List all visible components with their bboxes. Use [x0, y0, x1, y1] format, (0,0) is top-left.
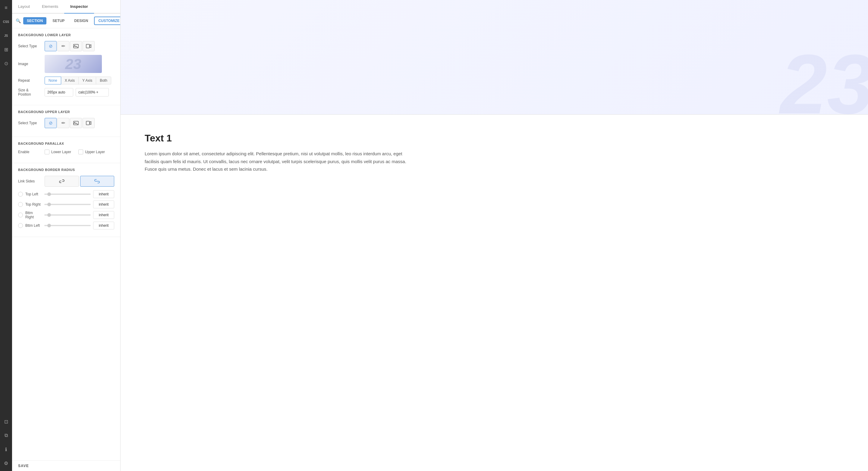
- lower-image-preview[interactable]: 23: [44, 55, 102, 73]
- tab-layout[interactable]: Layout: [12, 0, 36, 13]
- lower-type-video[interactable]: [83, 41, 95, 51]
- lower-size-position-label: Size & Position: [18, 88, 42, 96]
- sub-toolbar: 🔍 SECTION SETUP DESIGN CUSTOMIZE: [12, 13, 120, 28]
- js-icon[interactable]: JS: [2, 31, 10, 40]
- link-sides-row: Link Sides: [18, 176, 114, 187]
- parallax-upper-label: Upper Layer: [85, 150, 105, 154]
- corner-btm-left-row: Bttm Left: [18, 222, 114, 230]
- upper-type-image[interactable]: [70, 118, 82, 128]
- lower-repeat-buttons: None X Axis Y Axis Both: [44, 77, 111, 84]
- page-icon[interactable]: ⊡: [2, 417, 10, 426]
- background-upper-layer-section: BACKGROUND UPPER LAYER Select Type ⊘ ✏: [12, 105, 120, 137]
- svg-line-7: [63, 180, 63, 180]
- link-sides-label: Link Sides: [18, 179, 42, 183]
- lower-image-row: Image 23: [18, 55, 114, 73]
- menu-icon[interactable]: ≡: [2, 4, 10, 12]
- link-unlinked-btn[interactable]: [44, 176, 79, 187]
- tab-design[interactable]: DESIGN: [70, 17, 92, 24]
- tab-inspector[interactable]: Inspector: [64, 0, 94, 13]
- tab-section[interactable]: SECTION: [23, 17, 46, 24]
- corner-top-right-radio[interactable]: [18, 202, 23, 207]
- repeat-none[interactable]: None: [44, 77, 61, 84]
- parallax-enable-label: Enable: [18, 150, 42, 154]
- lower-repeat-label: Repeat: [18, 79, 42, 83]
- grid-icon[interactable]: ⊞: [2, 45, 10, 54]
- background-border-radius-section: BACKGROUND BORDER RADIUS Link Sides: [12, 163, 120, 237]
- upper-select-type-label: Select Type: [18, 121, 42, 125]
- canvas-section-text: Text 1 Lorem ipsum dolor sit amet, conse…: [121, 115, 868, 191]
- canvas-body: Lorem ipsum dolor sit amet, consectetur …: [145, 150, 416, 173]
- corner-btm-right-label: Bttm Right: [25, 211, 42, 219]
- tab-elements[interactable]: Elements: [36, 0, 64, 13]
- info-icon[interactable]: ℹ: [2, 445, 10, 453]
- svg-rect-5: [86, 121, 90, 125]
- corner-btm-left-input[interactable]: [93, 222, 114, 230]
- lower-position-input[interactable]: [76, 88, 109, 96]
- repeat-y-axis[interactable]: Y Axis: [79, 77, 96, 84]
- background-parallax-section: BACKGROUND PARALLAX Enable Lower Layer U…: [12, 137, 120, 163]
- repeat-both[interactable]: Both: [96, 77, 111, 84]
- background-lower-layer-section: BACKGROUND LOWER LAYER Select Type ⊘ ✏: [12, 28, 120, 105]
- border-radius-title: BACKGROUND BORDER RADIUS: [18, 168, 114, 172]
- tab-setup[interactable]: SETUP: [49, 17, 68, 24]
- upper-select-type-row: Select Type ⊘ ✏: [18, 118, 114, 128]
- corner-top-right-input[interactable]: [93, 201, 114, 208]
- link-linked-btn[interactable]: [80, 176, 115, 187]
- corner-btm-right-slider[interactable]: [44, 214, 91, 215]
- external-icon[interactable]: ⧉: [2, 431, 10, 440]
- canvas-title: Text 1: [145, 133, 844, 144]
- corner-top-right-row: Top Right: [18, 201, 114, 208]
- preview-number: 23: [65, 56, 81, 72]
- lower-type-image[interactable]: [70, 41, 82, 51]
- corner-top-left-label: Top Left: [25, 192, 42, 196]
- upper-type-buttons: ⊘ ✏: [44, 118, 95, 128]
- corner-top-left-radio[interactable]: [18, 192, 23, 197]
- corner-top-right-slider[interactable]: [44, 204, 91, 205]
- parallax-title: BACKGROUND PARALLAX: [18, 142, 114, 145]
- parallax-upper-checkbox-box[interactable]: [79, 150, 83, 154]
- corner-btm-right-radio[interactable]: [18, 213, 23, 217]
- svg-line-6: [60, 182, 61, 183]
- lower-type-buttons: ⊘ ✏: [44, 41, 95, 51]
- svg-rect-2: [86, 44, 90, 48]
- link-sides-buttons: [44, 176, 114, 187]
- upper-type-video[interactable]: [83, 118, 95, 128]
- parallax-upper-checkbox[interactable]: Upper Layer: [79, 150, 105, 154]
- lower-type-color[interactable]: ✏: [57, 41, 69, 51]
- lower-image-label: Image: [18, 62, 42, 66]
- lower-type-none[interactable]: ⊘: [44, 41, 57, 51]
- inspector-panel: Layout Elements Inspector 🔍 SECTION SETU…: [12, 0, 121, 471]
- corner-top-left-slider[interactable]: [44, 194, 91, 195]
- save-bar[interactable]: SAVE: [12, 461, 120, 471]
- canvas-bg-number: 23: [780, 42, 868, 115]
- sidebar-left: ≡ CSS JS ⊞ ⊙ ⊡ ⧉ ℹ ⚙: [0, 0, 12, 471]
- parallax-enable-row: Enable Lower Layer Upper Layer: [18, 150, 114, 154]
- inspector-content: BACKGROUND LOWER LAYER Select Type ⊘ ✏: [12, 28, 120, 461]
- lower-size-input[interactable]: [44, 88, 73, 96]
- upper-type-color[interactable]: ✏: [57, 118, 69, 128]
- settings-icon[interactable]: ⚙: [2, 459, 10, 467]
- css-icon[interactable]: CSS: [2, 18, 10, 26]
- lower-select-type-label: Select Type: [18, 44, 42, 48]
- parallax-lower-label: Lower Layer: [51, 150, 71, 154]
- top-tabs: Layout Elements Inspector: [12, 0, 120, 13]
- lower-layer-title: BACKGROUND LOWER LAYER: [18, 33, 114, 37]
- canvas-section-bg: 23: [121, 0, 868, 115]
- corner-btm-left-label: Bttm Left: [25, 224, 42, 228]
- corner-btm-left-radio[interactable]: [18, 223, 23, 228]
- lower-repeat-row: Repeat None X Axis Y Axis Both: [18, 77, 114, 84]
- upper-type-none[interactable]: ⊘: [44, 118, 57, 128]
- search-icon[interactable]: 🔍: [16, 19, 21, 23]
- repeat-x-axis[interactable]: X Axis: [61, 77, 79, 84]
- tab-customize[interactable]: CUSTOMIZE: [94, 17, 121, 25]
- corner-btm-right-input[interactable]: [93, 211, 114, 219]
- lower-select-type-row: Select Type ⊘ ✏: [18, 41, 114, 51]
- upper-layer-title: BACKGROUND UPPER LAYER: [18, 110, 114, 114]
- corner-btm-left-slider[interactable]: [44, 225, 91, 226]
- main-canvas: 23 Text 1 Lorem ipsum dolor sit amet, co…: [121, 0, 868, 471]
- canvas-inner: 23 Text 1 Lorem ipsum dolor sit amet, co…: [121, 0, 868, 471]
- corner-top-left-input[interactable]: [93, 190, 114, 198]
- parallax-lower-checkbox[interactable]: Lower Layer: [44, 150, 71, 154]
- circle-icon[interactable]: ⊙: [2, 59, 10, 67]
- parallax-lower-checkbox-box[interactable]: [44, 150, 50, 154]
